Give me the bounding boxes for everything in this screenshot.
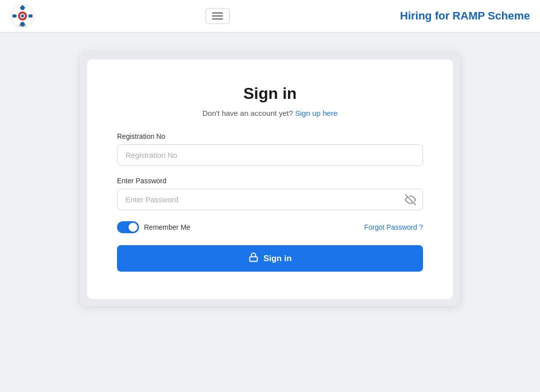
outer-card: Sign in Don't have an account yet? Sign … bbox=[80, 52, 460, 306]
navbar-title-area: Hiring for RAMP Scheme bbox=[400, 9, 530, 22]
forgot-password-link[interactable]: Forgot Password ? bbox=[364, 223, 424, 231]
lock-icon bbox=[248, 252, 258, 265]
subtitle-text: Don't have an account yet? bbox=[202, 109, 293, 117]
logo-icon: MSME bbox=[10, 3, 35, 28]
svg-rect-14 bbox=[250, 257, 257, 261]
eye-off-icon bbox=[405, 194, 416, 205]
remember-toggle[interactable] bbox=[117, 221, 139, 233]
svg-rect-5 bbox=[28, 14, 32, 17]
password-label: Enter Password bbox=[117, 177, 423, 185]
remember-left: Remember Me bbox=[117, 221, 190, 233]
signup-prompt: Don't have an account yet? Sign up here bbox=[117, 109, 423, 117]
page-background: Sign in Don't have an account yet? Sign … bbox=[0, 32, 540, 392]
svg-text:MSME: MSME bbox=[19, 24, 27, 27]
page-title: Sign in bbox=[117, 84, 423, 103]
remember-label: Remember Me bbox=[144, 223, 190, 231]
lock-svg-icon bbox=[248, 252, 258, 262]
svg-rect-4 bbox=[12, 14, 16, 17]
navbar-logo-area: MSME bbox=[10, 3, 35, 28]
remember-row: Remember Me Forgot Password ? bbox=[117, 221, 423, 233]
signin-button[interactable]: Sign in bbox=[117, 245, 423, 272]
registration-group: Registration No bbox=[117, 132, 423, 166]
password-wrapper bbox=[117, 189, 423, 210]
navbar-toggle-area bbox=[206, 8, 230, 24]
registration-label: Registration No bbox=[117, 132, 423, 140]
toggle-password-button[interactable] bbox=[405, 194, 416, 205]
toggle-button[interactable] bbox=[206, 8, 230, 24]
registration-input[interactable] bbox=[117, 144, 423, 166]
password-input[interactable] bbox=[117, 189, 423, 210]
signup-link[interactable]: Sign up here bbox=[295, 109, 338, 117]
svg-point-11 bbox=[21, 14, 24, 17]
navbar-title: Hiring for RAMP Scheme bbox=[400, 9, 530, 22]
password-group: Enter Password bbox=[117, 177, 423, 210]
signin-button-label: Sign in bbox=[264, 254, 292, 264]
toggle-slider bbox=[117, 221, 139, 233]
navbar: MSME Hiring for RAMP Scheme bbox=[0, 0, 540, 32]
signin-card: Sign in Don't have an account yet? Sign … bbox=[87, 59, 453, 299]
